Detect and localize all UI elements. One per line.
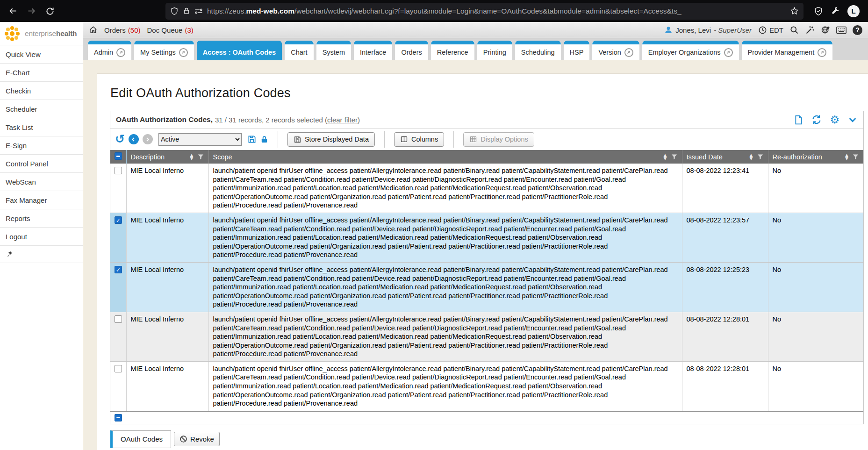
tab-orders[interactable]: Orders bbox=[395, 41, 428, 60]
table-row[interactable]: MIE Local Inferno launch/patient openid … bbox=[110, 262, 863, 312]
refresh-icon[interactable] bbox=[811, 114, 822, 125]
tab-oauth-codes[interactable]: OAuth Codes bbox=[110, 430, 171, 448]
sidebar-item-fax-manager[interactable]: Fax Manager bbox=[0, 191, 83, 209]
site-permissions-icon[interactable] bbox=[194, 8, 203, 14]
user-menu[interactable]: Jones, Levi - SuperUser bbox=[664, 26, 752, 34]
globe-pin-icon[interactable] bbox=[821, 25, 830, 35]
select-all-checkbox[interactable] bbox=[115, 152, 122, 160]
profile-avatar[interactable]: L bbox=[847, 5, 860, 17]
row-checkbox[interactable] bbox=[115, 266, 122, 273]
tab-label: Chart bbox=[291, 49, 307, 56]
keyboard-icon[interactable] bbox=[836, 26, 846, 34]
tab-access-oauth-codes[interactable]: Access : OAuth Codes bbox=[197, 41, 282, 60]
sidebar-item-logout[interactable]: Logout bbox=[0, 228, 83, 246]
browser-back-button[interactable] bbox=[5, 3, 21, 19]
lock-icon[interactable] bbox=[183, 7, 190, 15]
doc-queue-count: (3) bbox=[185, 26, 193, 34]
tab-bar: Admin My Settings Access : OAuth Codes C… bbox=[83, 38, 868, 60]
filter-funnel-icon[interactable] bbox=[852, 153, 859, 160]
bookmark-star-icon[interactable] bbox=[790, 7, 799, 15]
row-checkbox-cell bbox=[110, 164, 126, 213]
scope-cell: launch/patient openid fhirUser offline_a… bbox=[208, 361, 682, 411]
orders-link[interactable]: Orders(50) bbox=[104, 26, 141, 34]
tab-interface[interactable]: Interface bbox=[354, 41, 392, 60]
tab-scheduling[interactable]: Scheduling bbox=[515, 41, 561, 60]
wrench-icon[interactable] bbox=[831, 7, 840, 16]
sidebar-item-scheduler[interactable]: Scheduler bbox=[0, 100, 83, 118]
sort-icon[interactable]: ▲▼ bbox=[664, 154, 667, 160]
grid-toolbar: ↺ Active Store Displayed Data bbox=[110, 129, 863, 150]
timezone-button[interactable]: EDT bbox=[758, 26, 783, 35]
sidebar-item-control-panel[interactable]: Control Panel bbox=[0, 155, 83, 173]
table-row[interactable]: MIE Local Inferno launch/patient openid … bbox=[110, 213, 863, 262]
row-checkbox-cell bbox=[110, 312, 126, 361]
row-checkbox[interactable] bbox=[115, 365, 122, 372]
table-row[interactable]: MIE Local Inferno launch/patient openid … bbox=[110, 164, 863, 213]
next-page-button[interactable] bbox=[143, 134, 153, 144]
row-checkbox[interactable] bbox=[115, 167, 122, 174]
sort-icon[interactable]: ▲▼ bbox=[190, 154, 194, 160]
sort-icon[interactable]: ▲▼ bbox=[750, 154, 753, 160]
status-filter-select[interactable]: Active bbox=[158, 133, 242, 146]
display-options-button[interactable]: Display Options bbox=[463, 132, 534, 147]
reauthorization-cell: No bbox=[768, 164, 863, 213]
description-cell: MIE Local Inferno bbox=[126, 361, 208, 411]
url-text: https://zeus.med-web.com/webchart/wctlev… bbox=[207, 7, 786, 15]
browser-forward-button[interactable] bbox=[23, 3, 39, 19]
tab-my-settings[interactable]: My Settings bbox=[134, 41, 194, 60]
lock-filter-icon[interactable] bbox=[260, 135, 268, 144]
new-record-icon[interactable] bbox=[794, 115, 803, 125]
sidebar-item-checkin[interactable]: Checkin bbox=[0, 82, 83, 100]
row-checkbox[interactable] bbox=[115, 315, 122, 323]
magic-wand-icon[interactable] bbox=[805, 25, 815, 35]
row-checkbox-cell bbox=[110, 361, 126, 411]
select-all-footer-checkbox[interactable] bbox=[115, 414, 122, 421]
row-checkbox-cell bbox=[110, 213, 126, 262]
tab-printing[interactable]: Printing bbox=[477, 41, 512, 60]
tab-system[interactable]: System bbox=[316, 41, 351, 60]
forward-arrow-icon bbox=[27, 6, 36, 16]
sidebar-item-e-sign[interactable]: E-Sign bbox=[0, 136, 83, 155]
external-link-icon bbox=[818, 48, 826, 57]
sidebar-item-reports[interactable]: Reports bbox=[0, 209, 83, 228]
help-icon[interactable]: ? bbox=[853, 25, 862, 35]
sidebar-item-e-chart[interactable]: E-Chart bbox=[0, 64, 83, 82]
table-row[interactable]: MIE Local Inferno launch/patient openid … bbox=[110, 312, 863, 361]
prev-page-button[interactable] bbox=[129, 134, 139, 144]
undo-icon[interactable]: ↺ bbox=[115, 134, 125, 145]
bottom-tab-bar: OAuth Codes Revoke bbox=[110, 430, 864, 448]
tab-hsp[interactable]: HSP bbox=[564, 41, 590, 60]
search-icon[interactable] bbox=[789, 25, 799, 35]
browser-reload-button[interactable] bbox=[42, 3, 58, 19]
gear-icon[interactable]: ⚙ bbox=[830, 115, 839, 124]
sidebar-item-quick-view[interactable]: Quick View bbox=[0, 45, 83, 64]
tab-label: Orders bbox=[401, 49, 422, 56]
revoke-button[interactable]: Revoke bbox=[174, 432, 220, 446]
table-row[interactable]: MIE Local Inferno launch/patient openid … bbox=[110, 361, 863, 411]
columns-button[interactable]: Columns bbox=[394, 132, 444, 147]
sort-icon[interactable]: ▲▼ bbox=[845, 154, 848, 160]
sidebar-item-task-list[interactable]: Task List bbox=[0, 118, 83, 136]
tab-label: HSP bbox=[570, 49, 584, 56]
tracking-shield-icon[interactable] bbox=[170, 7, 179, 15]
home-button[interactable] bbox=[89, 26, 98, 34]
url-bar[interactable]: https://zeus.med-web.com/webchart/wctlev… bbox=[165, 3, 803, 20]
filter-funnel-icon[interactable] bbox=[757, 153, 764, 160]
collapse-chevron-icon[interactable] bbox=[847, 114, 858, 125]
tab-version[interactable]: Version bbox=[592, 41, 639, 60]
sidebar-item-webscan[interactable]: WebScan bbox=[0, 173, 83, 191]
tab-employer-organizations[interactable]: Employer Organizations bbox=[642, 41, 739, 60]
tab-reference[interactable]: Reference bbox=[431, 41, 474, 60]
tab-chart[interactable]: Chart bbox=[285, 41, 313, 60]
store-displayed-data-button[interactable]: Store Displayed Data bbox=[287, 132, 375, 147]
row-checkbox[interactable] bbox=[115, 216, 122, 224]
doc-queue-link[interactable]: Doc Queue(3) bbox=[147, 26, 194, 34]
tab-admin[interactable]: Admin bbox=[88, 41, 131, 60]
shield-check-icon[interactable] bbox=[814, 7, 823, 16]
sidebar-pin[interactable] bbox=[0, 246, 83, 263]
clear-filter-link[interactable]: clear filter bbox=[327, 116, 358, 124]
save-filter-icon[interactable] bbox=[247, 135, 257, 144]
tab-provider-management[interactable]: Provider Management bbox=[742, 41, 833, 60]
filter-funnel-icon[interactable] bbox=[671, 153, 678, 160]
filter-funnel-icon[interactable] bbox=[197, 153, 204, 160]
